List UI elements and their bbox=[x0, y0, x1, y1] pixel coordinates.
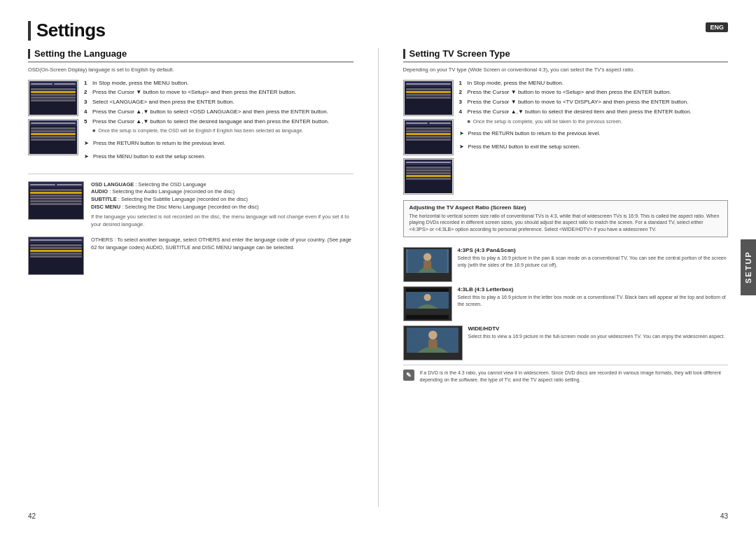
left-steps-list: 1 In Stop mode, press the MENU button. 2… bbox=[84, 80, 354, 161]
section-bar-icon bbox=[28, 49, 30, 59]
mock-item bbox=[406, 172, 451, 174]
mock-item bbox=[406, 178, 451, 180]
right-section-desc: Depending on your TV type (Wide Screen o… bbox=[403, 66, 729, 74]
letterbox-label: 4:3LB (4:3 Letterbox) bbox=[458, 286, 729, 293]
tv-scene-svg bbox=[406, 249, 449, 273]
mock-menu-item-active bbox=[31, 91, 76, 93]
right-screen-mock-1 bbox=[405, 81, 452, 115]
letterbox-desc: Select this to play a 16:9 picture in th… bbox=[458, 294, 729, 308]
panscan-label: 4:3PS (4:3 Pan&Scan) bbox=[458, 247, 729, 253]
title-bar-icon bbox=[28, 21, 31, 41]
wide-tv-image bbox=[403, 325, 463, 360]
mock-body bbox=[29, 188, 83, 219]
mock-item bbox=[406, 167, 451, 169]
panscan-tv-image bbox=[403, 247, 452, 282]
left-divider bbox=[28, 174, 354, 174]
right-step-image-1 bbox=[403, 80, 454, 116]
mock-item-active bbox=[30, 250, 82, 252]
svg-point-4 bbox=[424, 294, 430, 301]
left-steps-area: 1 In Stop mode, press the MENU button. 2… bbox=[28, 80, 354, 161]
step-item-5: 5 Press the Cursor ▲,▼ button to select … bbox=[84, 118, 354, 126]
mock-header bbox=[405, 160, 452, 165]
lang-text-block-1: OSD LANGUAGE : Selecting the OSD Languag… bbox=[91, 181, 354, 229]
aspect-items: 4:3PS (4:3 Pan&Scan) Select this to play… bbox=[403, 247, 729, 360]
panscan-desc: Select this to play a 16:9 picture in th… bbox=[458, 255, 729, 269]
lang-info-row-1: OSD LANGUAGE : Selecting the OSD Languag… bbox=[28, 181, 354, 229]
right-title-text: Setting TV Screen Type bbox=[410, 48, 510, 59]
step-item-1: 1 In Stop mode, press the MENU button. bbox=[84, 80, 354, 87]
mock-line bbox=[406, 162, 451, 163]
right-step-item-3: 3 Press the Cursor ▼ button to move to <… bbox=[459, 99, 729, 106]
lang-screen-mock bbox=[29, 182, 83, 219]
right-step-images bbox=[403, 80, 454, 195]
section-bar-icon bbox=[403, 49, 405, 59]
mock-item bbox=[30, 253, 82, 255]
lang-image-2 bbox=[28, 237, 84, 275]
mock-menu-item bbox=[31, 130, 76, 132]
mock-item bbox=[30, 244, 82, 246]
mock-menu-item bbox=[31, 139, 76, 141]
mock-body bbox=[405, 87, 452, 115]
mock-line bbox=[406, 83, 451, 85]
bottom-note-text: If a DVD is in the 4:3 ratio, you cannot… bbox=[420, 370, 729, 384]
lang-text-block-2: OTHERS : To select another language, sel… bbox=[91, 237, 354, 275]
svg-rect-7 bbox=[428, 339, 438, 349]
lang-text-audio: AUDIO : Selecting the Audio Language (re… bbox=[91, 188, 354, 196]
step-item-4: 4 Press the Cursor ▲,▼ button to select … bbox=[84, 108, 354, 116]
step-num: 3 bbox=[84, 99, 90, 106]
mock-item bbox=[406, 139, 451, 141]
mock-item bbox=[30, 203, 82, 205]
header: Settings ENG bbox=[28, 20, 728, 41]
letterbox-scene-svg bbox=[406, 292, 449, 309]
step-text: Press the Cursor ▼ button to move to <Se… bbox=[468, 89, 671, 97]
lang-label-subtitle: SUBTITLE bbox=[91, 196, 117, 202]
title-text: Settings bbox=[36, 20, 106, 41]
wide-text: WIDE/HDTV Select this to view a 16:9 pic… bbox=[468, 325, 729, 340]
letterbox-text: 4:3LB (4:3 Letterbox) Select this to pla… bbox=[458, 286, 729, 308]
lang-note: If the language you selected is not reco… bbox=[91, 213, 354, 229]
note-text: Once the setup is complete, the OSD will… bbox=[98, 127, 303, 134]
right-note-text: Once the setup is complete, you will be … bbox=[473, 118, 622, 125]
aspect-item-wide: WIDE/HDTV Select this to view a 16:9 pic… bbox=[403, 325, 729, 360]
right-screen-mock-2 bbox=[405, 120, 452, 154]
tv-frame bbox=[404, 287, 451, 321]
tv-screen bbox=[406, 249, 449, 273]
column-divider bbox=[378, 48, 379, 507]
mock-line bbox=[57, 184, 82, 185]
mock-item bbox=[406, 97, 451, 99]
mock-item bbox=[406, 88, 451, 90]
mock-menu-item bbox=[31, 97, 76, 99]
right-steps-list: 1 In Stop mode, press the MENU button. 2… bbox=[459, 80, 729, 195]
mock-item bbox=[406, 127, 451, 129]
lang-label-osd: OSD LANGUAGE bbox=[91, 181, 134, 188]
tv-frame-wide bbox=[404, 326, 462, 360]
screen-mock-2 bbox=[29, 120, 77, 154]
page-title: Settings bbox=[28, 20, 106, 41]
right-return-note-2: ➤ Press the MENU button to exit the setu… bbox=[459, 143, 729, 151]
right-return-note-1: ➤ Press the RETURN button to return to t… bbox=[459, 129, 729, 138]
mock-header bbox=[29, 182, 83, 188]
bottom-note: ✎ If a DVD is in the 4:3 ratio, you cann… bbox=[403, 365, 729, 384]
mock-line bbox=[30, 239, 82, 241]
lang-text-disc-menu: DISC MENU : Selecting the Disc Menu Lang… bbox=[91, 204, 354, 211]
lang-label-audio: AUDIO bbox=[91, 188, 108, 195]
mock-body bbox=[29, 243, 83, 274]
mock-item bbox=[30, 195, 82, 197]
mock-item bbox=[30, 197, 82, 199]
step-num: 5 bbox=[84, 118, 90, 126]
right-screen-mock-3 bbox=[405, 160, 452, 193]
return-note-2: ➤ Press the MENU button to exit the setu… bbox=[84, 153, 354, 161]
return-arrow-icon: ➤ bbox=[459, 130, 464, 136]
mock-item bbox=[406, 130, 451, 132]
aspect-box-desc: The horizontal to vertical screen size r… bbox=[410, 213, 722, 233]
mock-item bbox=[30, 189, 82, 191]
step-num: 3 bbox=[459, 99, 465, 106]
eng-badge: ENG bbox=[706, 22, 728, 32]
tv-screen-wide bbox=[407, 328, 459, 353]
mock-body bbox=[405, 126, 452, 154]
step-image-1 bbox=[28, 80, 78, 116]
mock-header bbox=[29, 237, 83, 243]
lang-image-1 bbox=[28, 181, 84, 220]
mock-body bbox=[29, 126, 77, 154]
right-column: Setting TV Screen Type Depending on your… bbox=[403, 48, 729, 507]
